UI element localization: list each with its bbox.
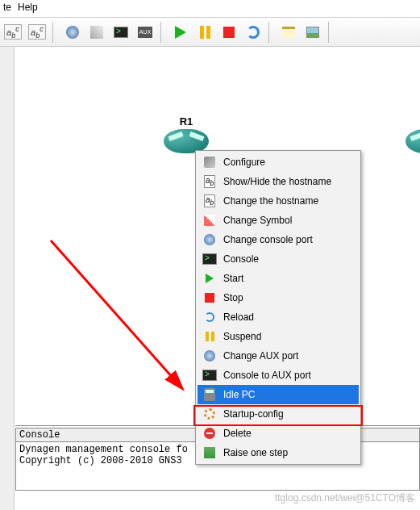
router-node[interactable]: R1	[160, 115, 212, 153]
notepad-icon	[282, 27, 295, 38]
aux-button[interactable]: AUX	[134, 21, 156, 44]
menu-item-label: Configure	[223, 157, 265, 168]
symbol-icon	[204, 215, 215, 226]
menu-item-change-aux-port[interactable]: Change AUX port	[198, 346, 359, 366]
menu-item-configure[interactable]: Configure	[198, 153, 359, 172]
menu-item-raise-one-step[interactable]: Raise one step	[198, 443, 359, 462]
hostname-icon: ab	[204, 175, 215, 188]
separator	[268, 22, 273, 43]
port-icon	[204, 350, 215, 362]
menu-item-change-the-hostname[interactable]: abChange the hostname	[198, 191, 359, 211]
wand-icon	[90, 26, 103, 39]
menu-item-console-to-aux-port[interactable]: Console to AUX port	[198, 366, 359, 385]
gear-icon	[204, 408, 215, 420]
menu-item-label: Reload	[223, 311, 254, 323]
terminal-icon	[114, 27, 128, 38]
separator	[160, 22, 165, 43]
terminal-icon	[202, 253, 217, 265]
console-button[interactable]	[110, 21, 132, 44]
menu-item-label: Stop	[223, 292, 243, 303]
terminal-icon	[202, 370, 217, 381]
hostname-icon: ab	[204, 194, 215, 207]
menu-item-label: Change console port	[223, 234, 313, 245]
reload-icon	[205, 312, 214, 322]
menu-item-change-symbol[interactable]: Change Symbol	[198, 211, 359, 230]
menu-item-label: Change Symbol	[223, 215, 292, 226]
menu-item-label: Suspend	[223, 331, 261, 342]
aux-icon: AUX	[138, 27, 152, 38]
stop-button[interactable]	[218, 21, 240, 44]
wrench-icon	[204, 157, 215, 168]
reload-button[interactable]	[242, 21, 264, 44]
menu-item-stop[interactable]: Stop	[198, 288, 359, 307]
menu-item-label: Start	[223, 273, 243, 284]
menu-item-delete[interactable]: Delete	[198, 424, 359, 443]
menu-item-startup-config[interactable]: Startup-config	[198, 404, 359, 424]
toolbar: abc abc AUX	[0, 18, 420, 47]
router-icon	[405, 129, 420, 153]
menu-item-change-console-port[interactable]: Change console port	[198, 230, 359, 249]
stop-icon	[205, 293, 214, 303]
side-dock	[0, 47, 15, 510]
svg-line-0	[51, 240, 180, 386]
separator	[328, 22, 333, 43]
play-icon	[175, 26, 186, 39]
stop-icon	[223, 27, 235, 38]
menu-item-suspend[interactable]: Suspend	[198, 327, 359, 346]
reload-icon	[247, 26, 260, 39]
menu-item-label: Change the hostname	[223, 195, 318, 207]
menu-item[interactable]: te	[3, 2, 11, 15]
watermark: ttglog.csdn.net/wei@51CTO博客	[275, 491, 415, 505]
wand-button[interactable]	[85, 21, 108, 44]
picture-icon	[306, 27, 319, 38]
pause-icon	[200, 26, 210, 39]
menu-item-label: Idle PC	[223, 389, 255, 400]
delete-icon	[204, 428, 215, 439]
notepad-button[interactable]	[277, 21, 300, 44]
menu-item-label: Raise one step	[223, 447, 288, 458]
context-menu: ConfigureabShow/Hide the hostnameabChang…	[195, 150, 361, 465]
play-icon	[206, 274, 214, 283]
annotation-arrow	[43, 232, 204, 394]
router-label: R1	[160, 115, 212, 128]
router-label: R	[402, 115, 420, 128]
suspend-button[interactable]	[193, 21, 216, 44]
port-icon	[204, 234, 215, 245]
globe-button[interactable]	[61, 21, 84, 44]
router-node[interactable]: R	[402, 115, 420, 153]
screenshot-button[interactable]	[301, 21, 324, 44]
separator	[52, 22, 57, 43]
calculator-icon	[204, 388, 215, 401]
menu-item-label: Change AUX port	[223, 350, 298, 362]
menubar: te Help	[0, 0, 420, 18]
menu-item-idle-pc[interactable]: Idle PC	[198, 385, 359, 404]
menu-item-label: Startup-config	[223, 408, 284, 420]
globe-icon	[66, 26, 79, 39]
menu-item-start[interactable]: Start	[198, 269, 359, 288]
menu-item-console[interactable]: Console	[198, 249, 359, 269]
menu-item-label: Show/Hide the hostname	[223, 176, 331, 187]
menu-item-label: Console	[223, 253, 259, 265]
menu-item-label: Console to AUX port	[223, 370, 311, 381]
menu-item-label: Delete	[223, 428, 252, 439]
menu-item[interactable]: Help	[18, 2, 38, 15]
raise-icon	[204, 447, 215, 458]
pause-icon	[206, 332, 214, 341]
annotation-b-button[interactable]: abc	[26, 21, 48, 44]
start-button[interactable]	[169, 21, 192, 44]
menu-item-reload[interactable]: Reload	[198, 307, 359, 327]
annotation-a-button[interactable]: abc	[2, 21, 24, 44]
menu-item-show-hide-the-hostname[interactable]: abShow/Hide the hostname	[198, 172, 359, 191]
